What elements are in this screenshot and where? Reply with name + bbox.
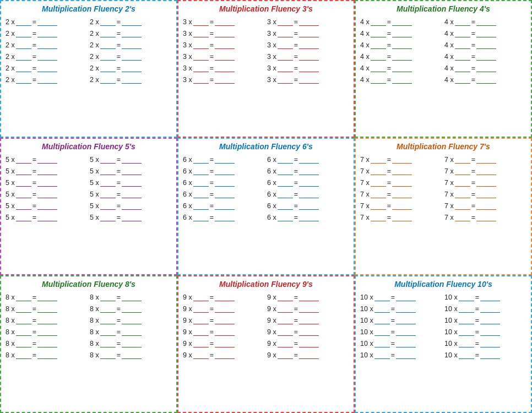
factor-blank [193, 41, 209, 49]
answer-blank [215, 190, 235, 198]
answer-blank [299, 293, 319, 301]
problem: 2 x = [90, 74, 172, 85]
answer-blank [122, 75, 142, 84]
problem: 4 x = [444, 51, 526, 62]
problem: 2 x = [6, 74, 88, 85]
factor-blank [16, 293, 31, 301]
card-10-title: Multiplication Fluency 10's [360, 280, 526, 289]
problem: 3 x = [183, 17, 265, 27]
problem: 4 x = [444, 63, 526, 73]
factor-blank [193, 351, 209, 359]
factor-blank [100, 293, 116, 301]
answer-blank [392, 75, 412, 84]
answer-blank [37, 339, 57, 347]
answer-blank [37, 167, 57, 175]
problem: 3 x = [267, 51, 349, 62]
problem: 7 x = [360, 177, 442, 188]
answer-blank [396, 305, 416, 313]
answer-blank [476, 18, 496, 26]
problem: 6 x = [183, 177, 265, 188]
problem: 2 x = [90, 40, 172, 50]
answer-blank [476, 167, 496, 175]
answer-blank [37, 155, 57, 164]
card-5-title: Multiplication Fluency 5's [6, 142, 172, 151]
card-9-problems: 9 x = 9 x = 9 x = 9 x = 9 x = 9 x = 9 x … [183, 292, 349, 360]
problem: 3 x = [183, 40, 265, 50]
answer-blank [37, 328, 57, 336]
answer-blank [122, 293, 142, 301]
answer-blank [476, 52, 496, 61]
problem: 4 x = [360, 40, 442, 50]
card-9-title: Multiplication Fluency 9's [183, 280, 349, 289]
card-2-title: Multiplication Fluency 2's [6, 4, 172, 13]
answer-blank [299, 316, 319, 324]
problem: 3 x = [267, 74, 349, 85]
problem: 6 x = [267, 166, 349, 176]
factor-blank [278, 305, 293, 313]
answer-blank [215, 155, 235, 164]
answer-blank [215, 41, 235, 49]
answer-blank [122, 213, 142, 221]
answer-blank [37, 190, 57, 198]
factor-blank [100, 52, 116, 61]
problem: 7 x = [444, 177, 526, 188]
factor-blank [100, 167, 116, 175]
answer-blank [215, 316, 235, 324]
factor-blank [16, 41, 31, 49]
factor-blank [16, 190, 31, 198]
answer-blank [122, 202, 142, 210]
problem: 7 x = [444, 189, 526, 199]
problem: 5 x = [6, 189, 88, 199]
factor-blank [371, 190, 386, 198]
problem: 6 x = [183, 200, 265, 211]
problem: 7 x = [444, 212, 526, 222]
problem: 8 x = [6, 303, 88, 314]
problem: 5 x = [6, 154, 88, 165]
factor-blank [193, 305, 209, 313]
answer-blank [476, 41, 496, 49]
card-4-title: Multiplication Fluency 4's [360, 4, 526, 13]
problem: 10 x = [444, 338, 526, 349]
answer-blank [215, 75, 235, 84]
problem: 8 x = [90, 350, 172, 360]
factor-blank [193, 202, 209, 210]
answer-blank [396, 351, 416, 359]
answer-blank [122, 155, 142, 164]
problem: 4 x = [444, 17, 526, 27]
card-2-problems: 2 x = 2 x = 2 x = 2 x = 2 x = 2 x = 2 x … [6, 17, 172, 85]
factor-blank [16, 167, 31, 175]
answer-blank [122, 190, 142, 198]
problem: 4 x = [444, 28, 526, 39]
factor-blank [371, 75, 386, 84]
factor-blank [455, 52, 470, 61]
factor-blank [16, 339, 31, 347]
factor-blank [374, 305, 390, 313]
factor-blank [16, 316, 31, 324]
problem: 9 x = [183, 338, 265, 349]
factor-blank [278, 351, 293, 359]
answer-blank [37, 64, 57, 72]
card-7: Multiplication Fluency 7's7 x = 7 x = 7 … [355, 138, 532, 275]
answer-blank [299, 29, 319, 37]
answer-blank [396, 316, 416, 324]
factor-blank [16, 18, 31, 26]
problem: 6 x = [183, 154, 265, 165]
answer-blank [215, 328, 235, 336]
card-3: Multiplication Fluency 3's3 x = 3 x = 3 … [177, 0, 355, 138]
answer-blank [299, 155, 319, 164]
problem: 5 x = [90, 154, 172, 165]
factor-blank [278, 155, 293, 164]
problem: 7 x = [360, 212, 442, 222]
factor-blank [193, 339, 209, 347]
problem: 4 x = [360, 63, 442, 73]
problem: 9 x = [183, 315, 265, 325]
problem: 8 x = [90, 327, 172, 337]
factor-blank [16, 64, 31, 72]
factor-blank [100, 328, 116, 336]
factor-blank [459, 293, 474, 301]
factor-blank [193, 167, 209, 175]
problem: 10 x = [444, 315, 526, 325]
factor-blank [278, 52, 293, 61]
problem: 8 x = [90, 338, 172, 349]
problem: 5 x = [6, 200, 88, 211]
